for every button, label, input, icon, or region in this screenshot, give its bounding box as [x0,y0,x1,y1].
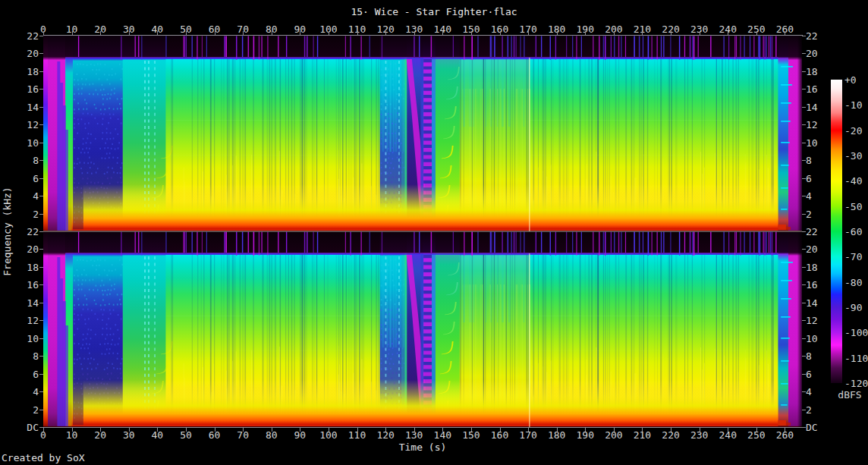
freq-tick-label-right: 4 [806,387,841,397]
spec-dot [96,303,97,305]
spec-dot [108,353,110,354]
spec-transient-spike [524,36,524,58]
time-tick-top [500,31,501,36]
spec-dot [84,123,86,124]
spec-cyan-col [508,254,509,322]
spec-transient-spike [736,36,737,58]
spec-dot [114,88,115,90]
spec-dot [381,338,382,340]
spec-dot [111,177,112,178]
spec-dot [102,94,103,96]
time-tick-top [756,31,757,36]
spec-section-outro-echo [778,231,788,427]
freq-tick-label-right: 20 [806,49,841,58]
spec-transient-spike [494,36,495,58]
spec-transient-spike [670,36,671,58]
spec-dot [392,74,393,75]
spec-dot [80,347,82,349]
spec-dot [74,147,75,149]
spectrogram-channel-right [43,231,802,427]
spec-dot [110,328,112,329]
spec-dot [77,314,79,316]
spec-dot [107,343,108,344]
spec-dot [106,334,108,335]
spec-transient-spike [382,232,382,256]
spec-transient-spike [605,232,606,256]
freq-tick-label-right: 4 [806,191,841,201]
time-tick-bottom [471,427,472,432]
spec-dot [110,132,112,134]
freq-tick-label-right: 2 [806,209,841,219]
spec-dot [74,162,75,164]
spec-cyan-col [509,254,510,322]
freq-tick-label-right: 18 [806,262,841,272]
spec-tone-line [166,316,380,316]
spec-dot [112,339,113,341]
spec-transient-spike [736,232,737,253]
spec-dot [74,99,75,100]
spec-cutoff-edge [65,58,778,58]
spec-transient-spike [690,232,691,253]
spec-transient-spike [453,232,454,253]
spec-cyan-col [524,254,524,322]
spec-transient-spike [361,36,362,61]
spec-dot [93,289,94,291]
spec-dot [387,173,388,174]
spec-dot [112,270,113,272]
spec-echo-step [781,102,791,104]
spec-transient-spike [670,232,671,253]
spec-dot [108,74,110,76]
time-tick-top [129,31,130,36]
dbfs-tick-label: -80 [844,278,862,287]
spec-dot [384,324,385,325]
spec-dot [108,363,109,364]
spec-transient-spike [514,232,515,253]
spec-cyan-col [390,61,392,152]
spec-dot [381,309,382,311]
spec-dot [115,128,116,130]
spec-dot [384,294,385,296]
spec-transient-spike [491,36,492,58]
spec-dot [398,338,399,339]
spec-cyan-col [386,256,388,347]
spec-dot [121,264,123,265]
spec-dot [86,142,87,143]
page-title: 15· Wice - Star Fighter·flac [0,6,868,17]
time-tick-bottom [357,427,358,432]
spec-dot [105,158,106,159]
freq-tick-label-left: 4 [4,387,39,397]
spec-transient-spike [414,36,414,58]
spec-dot [77,132,78,134]
spec-transient-spike [663,232,665,253]
spec-dot [94,118,96,119]
spec-transient-spike [192,36,193,58]
spec-dot [111,89,112,90]
spec-transient-spike [618,36,619,58]
spec-dot [83,138,84,140]
time-tick-top [385,31,386,36]
spec-dot [82,373,83,375]
spec-dot [106,98,108,99]
spec-dot [111,148,112,149]
spec-dot [97,259,99,260]
spec-dot [381,363,382,364]
spec-dot [109,83,111,85]
spec-dot [74,308,75,309]
spec-transient-spike [184,232,185,253]
spec-dot [107,178,108,179]
freq-tick-label-left: 12 [4,120,39,130]
spec-transient-spike [259,232,259,256]
freq-tick-left [39,143,43,143]
freq-tick-label-left: 8 [4,156,39,165]
spec-dot [83,358,85,360]
spec-dot [397,157,398,159]
spec-dot [78,304,80,306]
spec-cyan-col [395,256,397,347]
spec-dot [100,309,102,310]
spec-dot [388,353,390,354]
spec-transient-spike [307,232,307,253]
spec-dot [83,334,84,335]
time-tick-top [100,31,101,36]
spec-dot [109,379,111,380]
spec-dot [96,367,97,369]
